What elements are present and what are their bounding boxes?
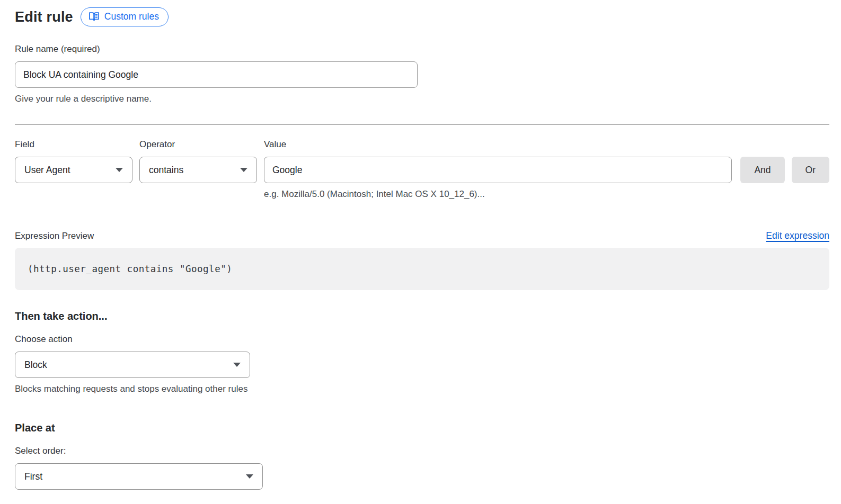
- rule-name-label: Rule name (required): [15, 43, 418, 55]
- logic-buttons: And Or: [740, 157, 829, 183]
- action-select-value: Block: [24, 359, 47, 371]
- order-select[interactable]: First: [15, 463, 263, 490]
- action-help: Blocks matching requests and stops evalu…: [15, 383, 829, 395]
- operator-select[interactable]: contains: [139, 157, 257, 183]
- or-button[interactable]: Or: [792, 157, 829, 183]
- field-select[interactable]: User Agent: [15, 157, 132, 183]
- and-button[interactable]: And: [740, 157, 784, 183]
- chevron-down-icon: [233, 363, 241, 367]
- value-help: e.g. Mozilla/5.0 (Macintosh; Intel Mac O…: [264, 188, 732, 200]
- chevron-down-icon: [246, 474, 253, 479]
- action-heading: Then take action...: [15, 309, 829, 323]
- custom-rules-button-label: Custom rules: [104, 11, 159, 22]
- expression-preview-box: (http.user_agent contains "Google"): [15, 248, 829, 290]
- open-book-icon: [88, 12, 100, 22]
- condition-row: Field User Agent Operator contains Value…: [15, 139, 829, 200]
- place-at-heading: Place at: [15, 421, 829, 435]
- select-order-label: Select order:: [15, 445, 829, 456]
- rule-name-section: Rule name (required) Give your rule a de…: [15, 43, 418, 105]
- operator-column: Operator contains: [139, 139, 257, 183]
- action-section: Choose action Block Blocks matching requ…: [15, 334, 829, 395]
- expression-preview-label: Expression Preview: [15, 231, 94, 241]
- field-label: Field: [15, 139, 132, 150]
- expression-code: (http.user_agent contains "Google"): [28, 264, 232, 274]
- page-title: Edit rule: [15, 9, 73, 25]
- custom-rules-button[interactable]: Custom rules: [81, 7, 169, 26]
- edit-rule-page: Edit rule Custom rules Rule name (requir…: [0, 0, 841, 504]
- action-select[interactable]: Block: [15, 352, 250, 378]
- rule-name-input[interactable]: [15, 61, 418, 88]
- field-column: Field User Agent: [15, 139, 132, 183]
- edit-expression-link[interactable]: Edit expression: [766, 230, 829, 241]
- value-column: Value e.g. Mozilla/5.0 (Macintosh; Intel…: [264, 139, 732, 200]
- section-divider: [15, 124, 829, 125]
- value-label: Value: [264, 139, 732, 150]
- choose-action-label: Choose action: [15, 334, 829, 345]
- chevron-down-icon: [116, 168, 123, 172]
- operator-select-value: contains: [149, 165, 183, 176]
- page-header: Edit rule Custom rules: [15, 7, 829, 26]
- expression-section: Expression Preview Edit expression (http…: [15, 230, 829, 290]
- chevron-down-icon: [240, 168, 247, 172]
- placement-section: Select order: First: [15, 445, 829, 490]
- rule-name-help: Give your rule a descriptive name.: [15, 93, 418, 105]
- field-select-value: User Agent: [24, 165, 70, 176]
- value-input[interactable]: [264, 157, 732, 183]
- expression-header: Expression Preview Edit expression: [15, 230, 829, 241]
- order-select-value: First: [24, 471, 42, 482]
- operator-label: Operator: [139, 139, 257, 150]
